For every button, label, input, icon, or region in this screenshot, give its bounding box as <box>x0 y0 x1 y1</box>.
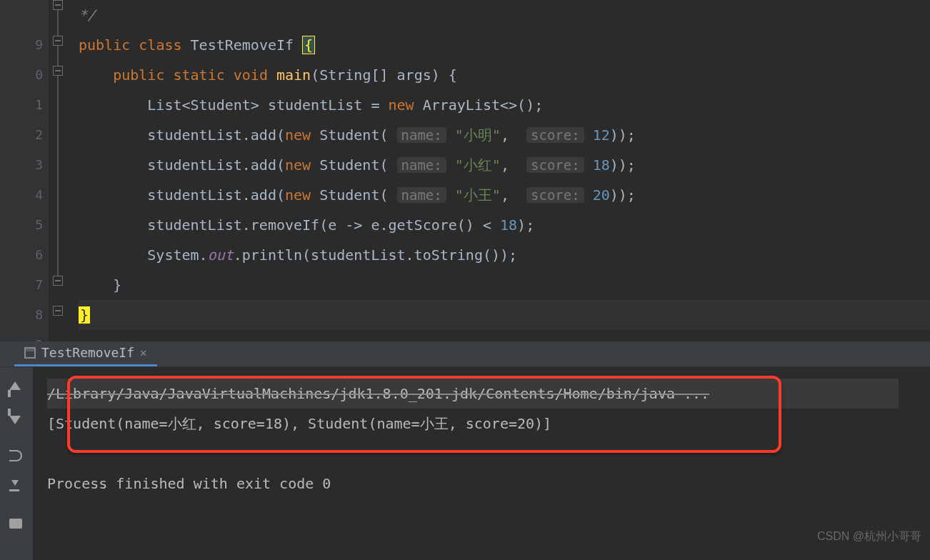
close-icon[interactable]: ✕ <box>140 346 147 359</box>
fold-icon[interactable] <box>53 36 63 46</box>
run-tab-label: TestRemoveIf <box>41 345 134 360</box>
code-editor[interactable]: 9 0 1 2 3 4 5 6 7 8 9 */ public class Te… <box>0 0 930 341</box>
console-output[interactable]: /Library/Java/JavaVirtualMachines/jdk1.8… <box>33 367 930 560</box>
fold-icon[interactable] <box>53 0 63 10</box>
command-line: /Library/Java/JavaVirtualMachines/jdk1.8… <box>47 379 899 409</box>
terminal-icon <box>24 347 36 359</box>
code-content[interactable]: */ public class TestRemoveIf { public st… <box>71 0 930 341</box>
soft-wrap-icon[interactable] <box>9 450 24 464</box>
watermark: CSDN @杭州小哥哥 <box>817 521 921 551</box>
line-number-gutter: 9 0 1 2 3 4 5 6 7 8 9 <box>0 0 49 341</box>
download-icon[interactable] <box>9 484 24 499</box>
scroll-up-icon[interactable] <box>9 381 24 396</box>
run-tool-tabs: TestRemoveIf ✕ <box>0 341 930 367</box>
console-toolbar <box>0 367 33 560</box>
fold-icon[interactable] <box>53 276 63 286</box>
scroll-down-icon[interactable] <box>9 416 24 430</box>
run-tab[interactable]: TestRemoveIf ✕ <box>14 341 157 366</box>
exit-message: Process finished with exit code 0 <box>47 469 916 499</box>
fold-icon[interactable] <box>53 306 63 316</box>
fold-icon[interactable] <box>53 66 63 76</box>
program-output: [Student(name=小红, score=18), Student(nam… <box>47 409 916 439</box>
fold-column <box>49 0 71 341</box>
print-icon[interactable] <box>9 519 24 533</box>
